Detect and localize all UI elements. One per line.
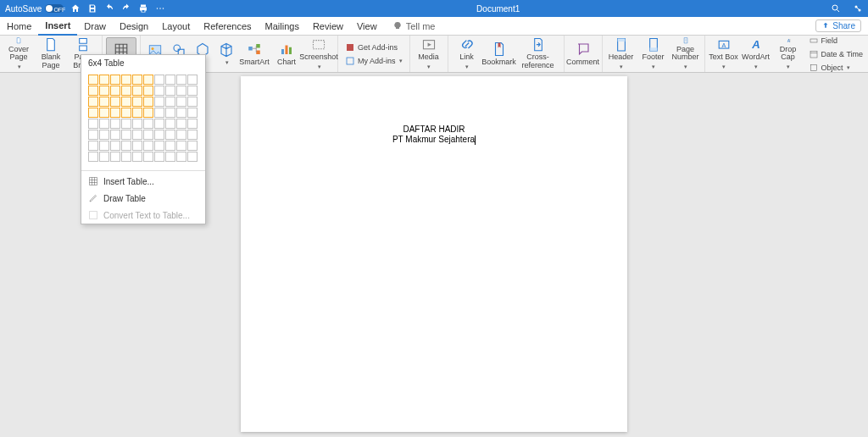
break-icon [75, 37, 91, 52]
svg-text:#: # [685, 39, 687, 42]
autosave-toggle[interactable]: AutoSave OFF [5, 4, 64, 14]
get-addins-button[interactable]: Get Add-ins [343, 41, 404, 53]
more-icon[interactable] [155, 3, 165, 14]
document-canvas[interactable]: DAFTAR HADIR PT Makmur Sejahtera [0, 73, 868, 437]
date-time-button[interactable]: Date & Time [807, 48, 865, 60]
tab-design[interactable]: Design [113, 17, 155, 36]
svg-point-3 [832, 5, 837, 10]
search-icon[interactable] [831, 3, 841, 14]
link-button[interactable]: Link [452, 37, 482, 70]
svg-rect-21 [649, 47, 657, 51]
store-icon [345, 42, 355, 53]
svg-rect-10 [248, 47, 253, 51]
calendar-icon [809, 49, 819, 59]
tab-draw[interactable]: Draw [77, 17, 113, 36]
page-icon [43, 37, 58, 52]
object-icon [809, 63, 819, 73]
smartart-icon [247, 41, 262, 57]
comment-button[interactable]: Comment [568, 37, 598, 70]
svg-rect-20 [617, 38, 625, 41]
print-icon[interactable] [138, 3, 148, 14]
wordart-icon: A [748, 37, 764, 52]
redo-icon[interactable] [121, 3, 131, 14]
document-title: Document1 [165, 4, 831, 14]
table-size-label: 6x4 Table [81, 55, 205, 71]
tab-insert[interactable]: Insert [38, 17, 77, 36]
addin-icon [345, 56, 355, 66]
svg-rect-14 [286, 45, 288, 54]
header-icon [614, 37, 629, 52]
doc-line-1: DAFTAR HADIR [275, 124, 593, 134]
field-icon [809, 36, 819, 46]
page-number-button[interactable]: #Page Number [670, 37, 701, 70]
svg-text:A: A [751, 38, 760, 51]
tab-references[interactable]: References [197, 17, 258, 36]
bookmark-button[interactable]: Bookmark [484, 37, 515, 70]
share-button[interactable]: Share [815, 19, 861, 32]
media-icon [421, 37, 437, 52]
chart-icon [279, 41, 294, 57]
svg-point-7 [152, 47, 154, 50]
tab-mailings[interactable]: Mailings [259, 17, 306, 36]
screenshot-icon [311, 37, 326, 52]
titlebar: AutoSave OFF Document1 [0, 0, 868, 17]
models-button[interactable] [215, 37, 237, 70]
svg-rect-12 [256, 50, 260, 54]
chart-button[interactable]: Chart [271, 37, 302, 70]
svg-point-2 [163, 8, 164, 9]
object-button[interactable]: Object [807, 62, 865, 74]
field-button[interactable]: Field [807, 36, 865, 47]
doc-line-2: PT Makmur Sejahtera [392, 135, 475, 144]
svg-point-0 [157, 8, 159, 9]
svg-rect-29 [810, 64, 816, 70]
svg-rect-13 [281, 49, 284, 54]
svg-text:A: A [721, 41, 726, 49]
smartart-button[interactable]: SmartArt [239, 37, 270, 70]
svg-rect-15 [289, 47, 292, 53]
cross-reference-button[interactable]: Cross-reference [516, 37, 560, 70]
svg-rect-11 [256, 44, 260, 48]
home-icon[interactable] [70, 3, 81, 14]
bookmark-icon [492, 41, 507, 57]
comment-icon [576, 41, 591, 57]
cube-icon [219, 42, 234, 58]
page-icon [11, 37, 26, 44]
tab-home[interactable]: Home [0, 17, 38, 36]
blank-page-button[interactable]: Blank Page [36, 37, 66, 70]
ribbon-tabs: Home Insert Draw Design Layout Reference… [0, 17, 868, 36]
undo-icon[interactable] [104, 3, 114, 14]
screenshot-button[interactable]: Screenshot [303, 37, 334, 70]
drop-cap-button[interactable]: ADrop Cap [773, 37, 804, 70]
footer-button[interactable]: Footer [638, 37, 669, 70]
save-icon[interactable] [87, 3, 97, 14]
svg-rect-18 [347, 58, 353, 64]
page[interactable]: DAFTAR HADIR PT Makmur Sejahtera [241, 76, 627, 432]
svg-rect-28 [810, 51, 817, 58]
link-icon [459, 37, 475, 52]
tab-view[interactable]: View [350, 17, 384, 36]
share-presence-icon[interactable] [853, 3, 863, 14]
cover-page-button[interactable]: Cover Page [3, 37, 34, 70]
bulb-icon [392, 21, 403, 31]
crossref-icon [531, 37, 546, 52]
svg-rect-16 [313, 41, 324, 49]
svg-point-8 [174, 45, 181, 52]
wordart-button[interactable]: AWordArt [741, 37, 771, 70]
svg-rect-27 [810, 39, 817, 42]
footer-icon [646, 37, 661, 52]
media-button[interactable]: Media [414, 37, 444, 70]
tell-me[interactable]: Tell me [392, 21, 436, 31]
share-icon [821, 22, 830, 30]
text-box-button[interactable]: AText Box [709, 37, 739, 70]
svg-rect-17 [347, 44, 353, 51]
autosave-label: AutoSave [5, 4, 42, 14]
svg-point-1 [160, 8, 162, 9]
tab-layout[interactable]: Layout [155, 17, 197, 36]
dropcap-icon: A [781, 37, 796, 44]
header-button[interactable]: Header [606, 37, 637, 70]
my-addins-button[interactable]: My Add-ins [343, 55, 404, 67]
tab-review[interactable]: Review [306, 17, 350, 36]
pagenum-icon: # [678, 37, 693, 44]
textbox-icon: A [716, 37, 732, 52]
